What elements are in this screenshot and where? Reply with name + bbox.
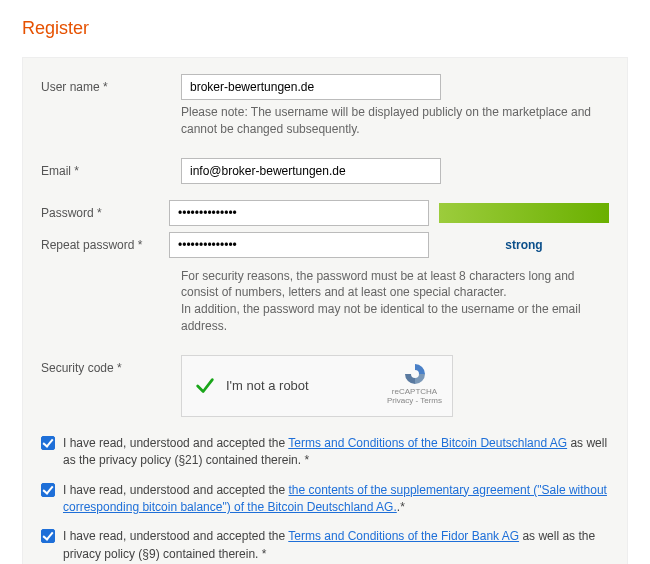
recaptcha-logo: reCAPTCHA Privacy - Terms — [387, 362, 442, 406]
username-label: User name * — [41, 74, 181, 94]
page-title: Register — [22, 18, 628, 39]
password-strength-bar — [439, 203, 609, 223]
accept-supplementary-label: I have read, understood and accepted the… — [63, 482, 609, 517]
password-helper: For security reasons, the password must … — [181, 268, 601, 335]
recaptcha-widget[interactable]: I'm not a robot reCAPTCHA Privacy - Term… — [181, 355, 453, 417]
checkmark-icon — [194, 375, 216, 397]
register-form: User name * Please note: The username wi… — [22, 57, 628, 564]
email-input[interactable] — [181, 158, 441, 184]
email-label: Email * — [41, 158, 181, 178]
username-helper: Please note: The username will be displa… — [181, 104, 601, 138]
recaptcha-icon — [401, 362, 429, 386]
captcha-label: Security code * — [41, 355, 181, 375]
password-label: Password * — [41, 200, 169, 220]
repeat-password-label: Repeat password * — [41, 232, 169, 252]
password-input[interactable] — [169, 200, 429, 226]
terms-btc-link[interactable]: Terms and Conditions of the Bitcoin Deut… — [288, 436, 567, 450]
recaptcha-text: I'm not a robot — [226, 378, 309, 393]
repeat-password-input[interactable] — [169, 232, 429, 258]
accept-terms-btc-label: I have read, understood and accepted the… — [63, 435, 609, 470]
accept-supplementary-checkbox[interactable] — [41, 483, 55, 497]
username-input[interactable] — [181, 74, 441, 100]
terms-fidor-link[interactable]: Terms and Conditions of the Fidor Bank A… — [288, 529, 519, 543]
accept-terms-btc-checkbox[interactable] — [41, 436, 55, 450]
password-strength-text: strong — [439, 238, 609, 252]
accept-terms-fidor-checkbox[interactable] — [41, 529, 55, 543]
accept-terms-fidor-label: I have read, understood and accepted the… — [63, 528, 609, 563]
